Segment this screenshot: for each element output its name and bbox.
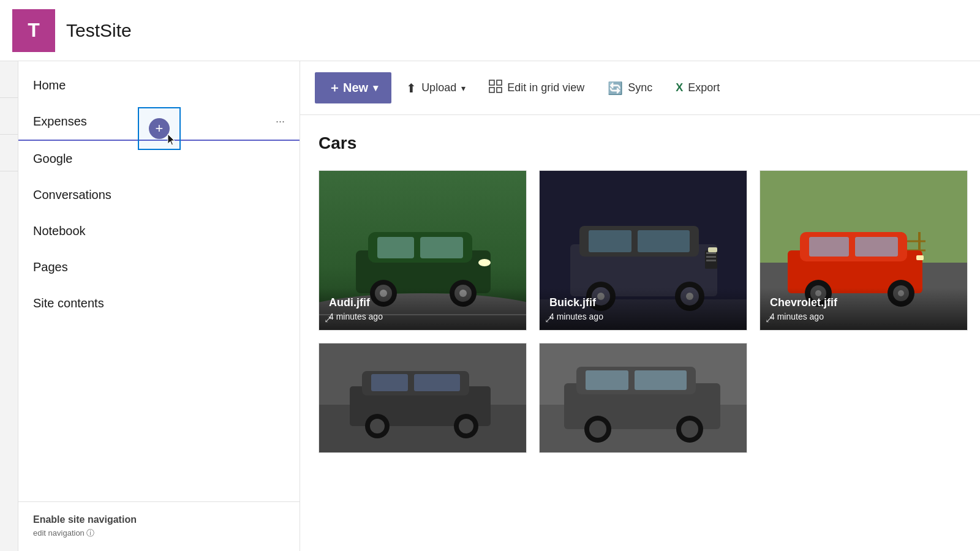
svg-rect-24 bbox=[638, 230, 690, 252]
upload-button[interactable]: ⬆ Upload ▾ bbox=[398, 75, 474, 102]
svg-rect-35 bbox=[708, 247, 717, 252]
buick-time: 4 minutes ago bbox=[549, 312, 737, 321]
section-title: Cars bbox=[318, 133, 962, 153]
svg-rect-54 bbox=[916, 255, 924, 260]
toolbar: ＋ New ▾ ⬆ Upload ▾ Edit in grid view 🔄 S… bbox=[300, 61, 980, 115]
suv-image bbox=[540, 343, 747, 453]
grid-icon bbox=[489, 80, 502, 96]
main-content: ＋ New ▾ ⬆ Upload ▾ Edit in grid view 🔄 S… bbox=[300, 61, 980, 551]
cursor-icon bbox=[166, 133, 178, 148]
sidebar-footer: Enable site navigation edit navigation ⓘ bbox=[18, 501, 300, 551]
svg-point-64 bbox=[459, 419, 473, 433]
svg-rect-60 bbox=[414, 374, 460, 391]
svg-rect-1 bbox=[497, 80, 502, 85]
audi-filename: Audi.jfif bbox=[329, 296, 516, 309]
svg-rect-69 bbox=[586, 370, 628, 390]
upload-label: Upload bbox=[421, 81, 456, 94]
new-chevron-icon: ▾ bbox=[373, 82, 378, 94]
svg-rect-23 bbox=[589, 230, 631, 252]
expenses-more-icon[interactable]: ··· bbox=[276, 115, 285, 128]
svg-rect-3 bbox=[497, 88, 502, 92]
svg-rect-46 bbox=[809, 237, 849, 257]
sync-icon: 🔄 bbox=[608, 81, 623, 96]
site-header: T TestSite bbox=[0, 0, 980, 61]
new-label: New bbox=[343, 81, 368, 95]
suv-car-svg bbox=[540, 343, 747, 453]
svg-rect-2 bbox=[489, 88, 494, 92]
resize-icon: ⤢ bbox=[324, 313, 332, 325]
cards-grid: ⤢ Audi.jfif 4 minutes ago bbox=[318, 170, 962, 331]
svg-point-17 bbox=[478, 259, 491, 266]
excel-icon: X bbox=[676, 81, 683, 94]
chevrolet-filename: Chevrolet.jfif bbox=[770, 296, 957, 309]
enable-nav-subtitle[interactable]: edit navigation ⓘ bbox=[33, 528, 285, 539]
svg-point-62 bbox=[370, 419, 385, 433]
main-layout: Home ··· Expenses ··· + bbox=[0, 61, 980, 551]
card-sedan[interactable] bbox=[318, 343, 527, 453]
svg-rect-34 bbox=[706, 260, 716, 261]
site-title: TestSite bbox=[66, 20, 132, 41]
new-button[interactable]: ＋ New ▾ bbox=[315, 72, 391, 103]
svg-rect-0 bbox=[489, 80, 494, 85]
svg-rect-32 bbox=[706, 252, 716, 254]
sedan-image bbox=[319, 343, 526, 453]
new-plus-icon: ＋ bbox=[328, 80, 341, 96]
buick-overlay: ⤢ Buick.jfif 4 minutes ago bbox=[540, 288, 747, 330]
content-area: Cars bbox=[300, 115, 980, 551]
sync-label: Sync bbox=[628, 81, 652, 94]
svg-point-72 bbox=[589, 421, 606, 438]
sidebar-item-expenses[interactable]: Expenses ··· + bbox=[18, 103, 300, 141]
grid-label: Edit in grid view bbox=[507, 81, 584, 94]
grid-view-button[interactable]: Edit in grid view bbox=[480, 73, 593, 102]
left-rail-item bbox=[0, 135, 18, 171]
svg-rect-47 bbox=[855, 237, 898, 257]
left-rail-item bbox=[0, 61, 18, 98]
card-audi[interactable]: ⤢ Audi.jfif 4 minutes ago bbox=[318, 170, 527, 331]
audi-overlay: ⤢ Audi.jfif 4 minutes ago bbox=[319, 288, 526, 330]
resize-icon: ⤢ bbox=[545, 313, 552, 325]
cards-grid-row2 bbox=[318, 343, 962, 453]
export-label: Export bbox=[688, 81, 720, 94]
svg-rect-59 bbox=[371, 374, 408, 391]
sync-button[interactable]: 🔄 Sync bbox=[599, 75, 661, 102]
svg-point-74 bbox=[681, 421, 698, 438]
svg-rect-70 bbox=[635, 370, 687, 390]
sedan-car-svg bbox=[319, 343, 526, 453]
chevrolet-overlay: ⤢ Chevrolet.jfif 4 minutes ago bbox=[760, 288, 967, 330]
sidebar-item-conversations[interactable]: Conversations ··· bbox=[18, 177, 300, 213]
sidebar: Home ··· Expenses ··· + bbox=[18, 61, 300, 551]
chevrolet-time: 4 minutes ago bbox=[770, 312, 957, 321]
sidebar-item-notebook[interactable]: Notebook ··· bbox=[18, 213, 300, 249]
sidebar-nav: Home ··· Expenses ··· + bbox=[18, 67, 300, 501]
svg-rect-10 bbox=[420, 237, 463, 258]
enable-nav-title: Enable site navigation bbox=[33, 514, 285, 525]
buick-filename: Buick.jfif bbox=[549, 296, 737, 309]
sidebar-item-site-contents[interactable]: Site contents ··· bbox=[18, 285, 300, 321]
card-chevrolet[interactable]: ⤢ Chevrolet.jfif 4 minutes ago bbox=[760, 170, 968, 331]
card-buick[interactable]: ⤢ Buick.jfif 4 minutes ago bbox=[539, 170, 747, 331]
sidebar-item-home[interactable]: Home ··· bbox=[18, 67, 300, 103]
add-item-overlay[interactable]: + bbox=[138, 107, 181, 150]
left-rail-item bbox=[0, 98, 18, 135]
left-rail bbox=[0, 61, 18, 551]
site-logo: T bbox=[12, 9, 55, 52]
resize-icon: ⤢ bbox=[765, 313, 773, 325]
sidebar-item-pages[interactable]: Pages ··· bbox=[18, 249, 300, 285]
upload-chevron-icon: ▾ bbox=[461, 83, 466, 93]
audi-time: 4 minutes ago bbox=[329, 312, 516, 321]
card-suv[interactable] bbox=[539, 343, 747, 453]
export-button[interactable]: X Export bbox=[667, 75, 728, 100]
upload-icon: ⬆ bbox=[406, 81, 417, 96]
svg-rect-9 bbox=[377, 237, 414, 258]
svg-rect-33 bbox=[706, 256, 716, 258]
